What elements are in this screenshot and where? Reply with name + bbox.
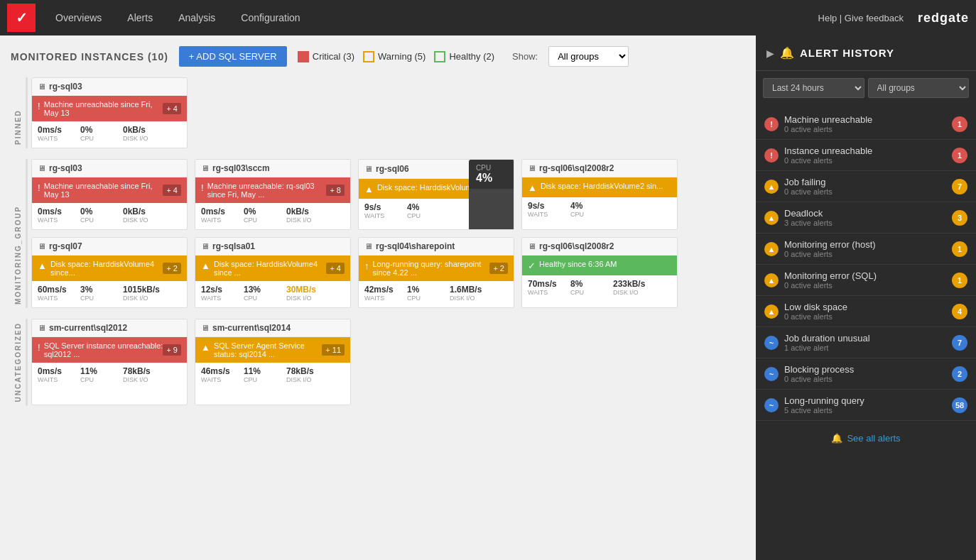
card-sm-sql2014[interactable]: 🖥 sm-current\sql2014 ▲ SQL Server Agent … <box>195 319 351 405</box>
card-rg-sql03-pinned[interactable]: 🖥 rg-sql03 ! Machine unreachable since F… <box>31 77 188 148</box>
metric-label: WAITS <box>364 212 384 219</box>
see-all-label[interactable]: See all alerts <box>847 433 900 444</box>
panel-toggle[interactable]: ▶ <box>766 48 774 59</box>
metric-value: 1% <box>407 285 419 295</box>
alert-row-low-disk-space[interactable]: ▲ Low disk space 0 active alerts 4 <box>756 296 976 327</box>
server-icon: 🖥 <box>38 324 45 332</box>
metric-label: CPU <box>570 211 584 218</box>
metric-waits: 0ms/s WAITS <box>201 207 240 224</box>
uncategorized-label: UNCATEGORIZED <box>11 319 28 405</box>
alert-row-icon: ▲ <box>764 273 779 287</box>
card-rg-sqlsa01[interactable]: 🖥 rg-sqlsa01 ▲ Disk space: HarddiskVolum… <box>195 237 351 308</box>
see-all-alerts[interactable]: 🔔 See all alerts <box>756 424 976 452</box>
group-select[interactable]: All groups <box>548 46 629 67</box>
legend-healthy: Healthy (2) <box>434 51 494 62</box>
alert-row-info: Monitoring error (SQL) 0 active alerts <box>784 270 952 290</box>
alert-row-icon: ! <box>764 117 779 131</box>
alert-text: ✓ Healthy since 6:36 AM <box>528 260 671 271</box>
metric-label: CPU <box>80 216 94 224</box>
healthy-icon: ✓ <box>528 260 536 271</box>
alert-row-long-running-query[interactable]: ~ Long-running query 5 active alerts 58 <box>756 390 976 421</box>
add-server-button[interactable]: + ADD SQL SERVER <box>179 46 287 67</box>
nav-analysis[interactable]: Analysis <box>173 9 221 27</box>
alert-row-info: Deadlock 3 active alerts <box>784 208 952 227</box>
alert-row-monitoring-error-host[interactable]: ▲ Monitoring error (host) 0 active alert… <box>756 234 976 265</box>
help-link[interactable]: Help | Give feedback <box>818 13 904 23</box>
alert-count: 58 <box>952 397 967 413</box>
metric-disk: 78kB/s DISK I/O <box>123 366 162 383</box>
nav-configuration[interactable]: Configuration <box>235 9 305 27</box>
nav-alerts[interactable]: Alerts <box>121 9 158 27</box>
server-icon: 🖥 <box>38 242 45 251</box>
critical-box <box>298 51 309 62</box>
metric-label: WAITS <box>364 295 384 302</box>
card-rg-sql03-sccm[interactable]: 🖥 rg-sql03\sccm ! Machine unreachable: r… <box>195 159 351 230</box>
metric-label: DISK I/O <box>450 295 475 302</box>
card-sm-sql2012[interactable]: 🖥 sm-current\sql2012 ! SQL Server instan… <box>31 319 188 405</box>
metric-disk: 30MB/s DISK I/O <box>286 285 325 302</box>
alert-row-name: Job duration unusual <box>784 333 952 344</box>
healthy-label: Healthy (2) <box>449 51 494 62</box>
card-rg-sql06-sql2008r2-healthy[interactable]: 🖥 rg-sql06\sql2008r2 ✓ Healthy since 6:3… <box>521 237 678 308</box>
alert-row-info: Job duration unusual 1 active alert <box>784 333 952 352</box>
alert-row-job-duration[interactable]: ~ Job duration unusual 1 active alert 7 <box>756 327 976 358</box>
card-rg-sql06[interactable]: 🖥 rg-sql06 ⋮ ▲ Disk space: HarddiskVolum… <box>358 159 514 230</box>
tooltip-col-value: 4% <box>476 172 514 185</box>
metric-value: 60ms/s <box>38 285 67 295</box>
alert-message: Disk space: HarddiskVolume4 since... <box>50 260 163 277</box>
metric-waits: 9s/s WAITS <box>528 201 567 218</box>
app-logo[interactable]: ✓ <box>7 4 36 32</box>
metric-waits: 60ms/s WAITS <box>38 285 77 302</box>
card-rg-sql04-sharepoint[interactable]: 🖥 rg-sql04\sharepoint ↑ Long-running que… <box>358 237 514 308</box>
metric-disk: 78kB/s DISK I/O <box>286 366 325 383</box>
tooltip-col-label: CPU <box>476 164 514 172</box>
metric-label: DISK I/O <box>286 376 312 383</box>
alert-row-instance-unreachable[interactable]: ! Instance unreachable 0 active alerts 1 <box>756 140 976 171</box>
metric-label: WAITS <box>201 216 221 224</box>
main-layout: MONITORED INSTANCES (10) + ADD SQL SERVE… <box>0 35 976 560</box>
alert-row-icon: ~ <box>764 367 779 381</box>
alert-message: Healthy since 6:36 AM <box>539 260 617 268</box>
alert-row-monitoring-error-sql[interactable]: ▲ Monitoring error (SQL) 0 active alerts… <box>756 265 976 296</box>
metric-value: 233kB/s <box>613 279 645 289</box>
warning-icon: ▲ <box>201 342 210 353</box>
server-name: rg-sql03 <box>49 163 82 173</box>
card-rg-sql06-sql2008r2-warning[interactable]: 🖥 rg-sql06\sql2008r2 ▲ Disk space: Hardd… <box>521 159 678 230</box>
card-metrics: 42ms/s WAITS 1% CPU 1.6MB/s DISK I/O <box>359 281 514 305</box>
server-icon: 🖥 <box>528 164 536 172</box>
alert-text: ! Machine unreachable since Fri, May 13 <box>38 100 163 117</box>
metric-label: DISK I/O <box>123 376 148 383</box>
plus-badge: + 9 <box>163 344 181 356</box>
metric-value: 4% <box>407 202 419 212</box>
alert-bar: ▲ Disk space: HarddiskVolume2 sin... <box>522 177 677 197</box>
metric-cpu: 13% CPU <box>244 285 283 302</box>
group-filter[interactable]: All groups <box>868 78 970 98</box>
metric-label: DISK I/O <box>123 295 148 302</box>
alert-text: ▲ Disk space: HarddiskVolume4 since ... <box>201 260 326 277</box>
alert-row-sub: 0 active alerts <box>784 281 952 290</box>
alert-row-machine-unreachable[interactable]: ! Machine unreachable 0 active alerts 1 <box>756 109 976 140</box>
left-content: MONITORED INSTANCES (10) + ADD SQL SERVE… <box>0 35 756 560</box>
metric-label: WAITS <box>528 211 548 218</box>
card-rg-sql03[interactable]: 🖥 rg-sql03 ! Machine unreachable since F… <box>31 159 188 230</box>
metric-label: CPU <box>244 376 257 383</box>
metric-waits: 12s/s WAITS <box>201 285 240 302</box>
legend: Critical (3) Warning (5) Healthy (2) <box>298 51 494 62</box>
metric-label: DISK I/O <box>286 295 312 302</box>
alert-row-job-failing[interactable]: ▲ Job failing 0 active alerts 7 <box>756 171 976 202</box>
alert-row-icon: ! <box>764 148 779 163</box>
alert-bar: ! Machine unreachable: rq-sql03 since Fr… <box>195 177 350 203</box>
alert-message: SQL Server Agent Service status: sql2014… <box>214 341 322 358</box>
metric-label: WAITS <box>201 295 221 302</box>
card-metrics: 0ms/s WAITS 0% CPU 0kB/s DISK I/O <box>195 203 350 227</box>
card-rg-sql07[interactable]: 🖥 rg-sql07 ▲ Disk space: HarddiskVolume4… <box>31 237 188 308</box>
metric-cpu: 0% CPU <box>80 125 119 142</box>
metric-value: 1.6MB/s <box>450 285 482 295</box>
svg-marker-0 <box>469 210 514 230</box>
alert-row-deadlock[interactable]: ▲ Deadlock 3 active alerts 3 <box>756 202 976 234</box>
warning-icon: ▲ <box>201 260 210 271</box>
time-filter[interactable]: Last 24 hours <box>763 78 864 98</box>
nav-overviews[interactable]: Overviews <box>50 9 107 27</box>
alert-row-blocking-process[interactable]: ~ Blocking process 0 active alerts 2 <box>756 358 976 390</box>
metric-value: 78kB/s <box>123 366 151 376</box>
